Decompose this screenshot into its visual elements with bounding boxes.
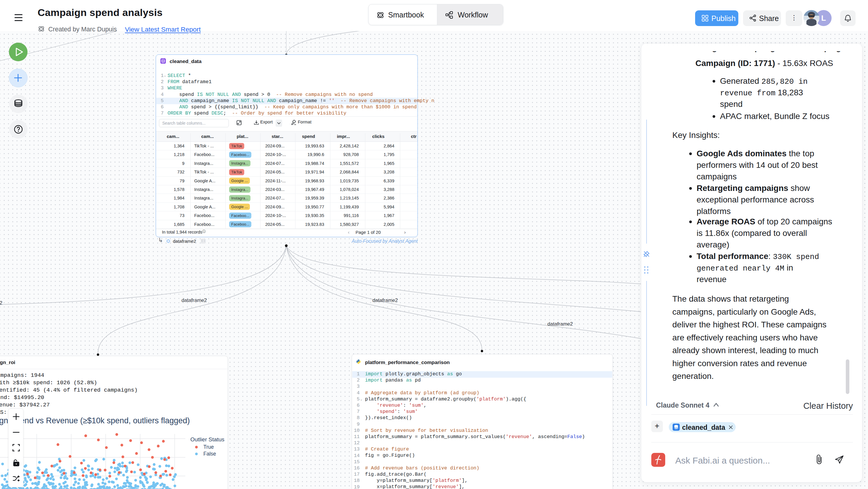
svg-text:SQL: SQL [674, 427, 679, 429]
